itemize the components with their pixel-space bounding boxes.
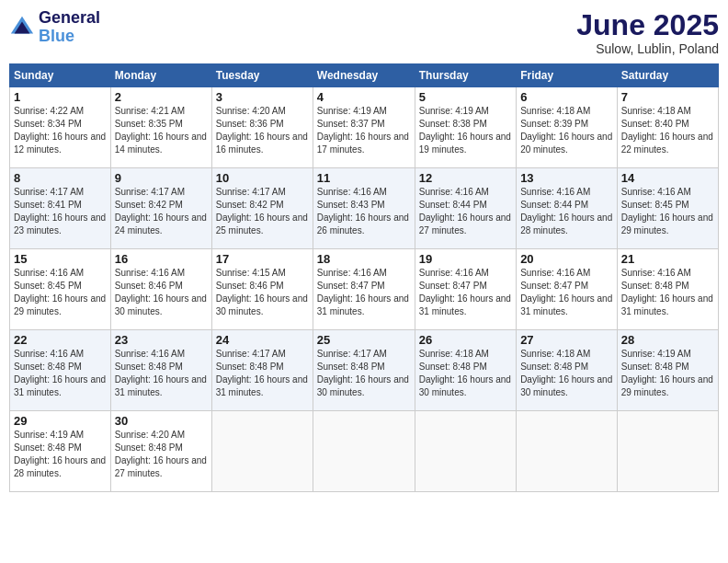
month-title: June 2025 (576, 9, 719, 41)
day-number: 3 (216, 90, 309, 104)
col-friday: Friday (517, 64, 618, 87)
daylight: Daylight: 16 hours and 30 minutes. (419, 373, 512, 399)
day-info: Sunrise: 4:21 AM Sunset: 8:35 PM Dayligh… (115, 105, 208, 156)
daylight: Daylight: 16 hours and 31 minutes. (621, 293, 714, 318)
calendar-cell: 16 Sunrise: 4:16 AM Sunset: 8:46 PM Dayl… (110, 249, 211, 330)
sunrise: Sunrise: 4:16 AM (419, 267, 512, 280)
sunrise: Sunrise: 4:18 AM (520, 105, 613, 118)
calendar-cell: 7 Sunrise: 4:18 AM Sunset: 8:40 PM Dayli… (617, 87, 718, 168)
daylight: Daylight: 16 hours and 29 minutes. (621, 373, 714, 399)
sunrise: Sunrise: 4:17 AM (216, 348, 309, 361)
sunrise: Sunrise: 4:16 AM (317, 267, 411, 280)
day-info: Sunrise: 4:16 AM Sunset: 8:43 PM Dayligh… (317, 186, 411, 237)
sunrise: Sunrise: 4:16 AM (115, 348, 208, 361)
sunset: Sunset: 8:48 PM (520, 361, 613, 373)
day-number: 22 (14, 333, 107, 347)
calendar-cell: 20 Sunrise: 4:16 AM Sunset: 8:47 PM Dayl… (517, 249, 618, 330)
sunrise: Sunrise: 4:15 AM (216, 267, 309, 280)
calendar-cell: 12 Sunrise: 4:16 AM Sunset: 8:44 PM Dayl… (415, 168, 516, 249)
sunrise: Sunrise: 4:19 AM (317, 105, 411, 118)
day-number: 28 (621, 333, 714, 347)
col-tuesday: Tuesday (211, 64, 313, 87)
daylight: Daylight: 16 hours and 23 minutes. (14, 212, 107, 237)
calendar-cell: 30 Sunrise: 4:20 AM Sunset: 8:48 PM Dayl… (110, 411, 211, 492)
sunset: Sunset: 8:48 PM (621, 361, 714, 373)
col-sunday: Sunday (10, 64, 111, 87)
calendar-cell: 11 Sunrise: 4:16 AM Sunset: 8:43 PM Dayl… (313, 168, 415, 249)
sunrise: Sunrise: 4:16 AM (317, 186, 411, 199)
day-info: Sunrise: 4:16 AM Sunset: 8:48 PM Dayligh… (14, 348, 107, 399)
daylight: Daylight: 16 hours and 31 minutes. (14, 373, 107, 399)
day-number: 27 (520, 333, 613, 347)
sunset: Sunset: 8:38 PM (419, 118, 512, 131)
calendar-cell: 17 Sunrise: 4:15 AM Sunset: 8:46 PM Dayl… (211, 249, 313, 330)
sunrise: Sunrise: 4:16 AM (520, 186, 613, 199)
day-info: Sunrise: 4:17 AM Sunset: 8:42 PM Dayligh… (216, 186, 309, 237)
title-block: June 2025 Sulow, Lublin, Poland (576, 9, 719, 56)
day-info: Sunrise: 4:16 AM Sunset: 8:44 PM Dayligh… (520, 186, 613, 237)
daylight: Daylight: 16 hours and 30 minutes. (520, 373, 613, 399)
daylight: Daylight: 16 hours and 27 minutes. (419, 212, 512, 237)
sunset: Sunset: 8:37 PM (317, 118, 411, 131)
col-saturday: Saturday (617, 64, 718, 87)
daylight: Daylight: 16 hours and 30 minutes. (115, 293, 208, 318)
sunrise: Sunrise: 4:16 AM (520, 267, 613, 280)
day-info: Sunrise: 4:17 AM Sunset: 8:42 PM Dayligh… (115, 186, 208, 237)
calendar-body: 1 Sunrise: 4:22 AM Sunset: 8:34 PM Dayli… (10, 87, 719, 492)
sunset: Sunset: 8:44 PM (419, 199, 512, 212)
day-number: 5 (419, 90, 512, 104)
sunset: Sunset: 8:47 PM (317, 280, 411, 293)
sunset: Sunset: 8:42 PM (115, 199, 208, 212)
calendar-cell: 3 Sunrise: 4:20 AM Sunset: 8:36 PM Dayli… (211, 87, 313, 168)
sunset: Sunset: 8:47 PM (419, 280, 512, 293)
sunrise: Sunrise: 4:20 AM (216, 105, 309, 118)
header-row: Sunday Monday Tuesday Wednesday Thursday… (10, 64, 719, 87)
col-monday: Monday (110, 64, 211, 87)
daylight: Daylight: 16 hours and 31 minutes. (115, 373, 208, 399)
day-number: 11 (317, 171, 411, 185)
calendar-cell: 23 Sunrise: 4:16 AM Sunset: 8:48 PM Dayl… (110, 330, 211, 411)
day-number: 7 (621, 90, 714, 104)
daylight: Daylight: 16 hours and 31 minutes. (520, 293, 613, 318)
calendar-cell (517, 411, 618, 492)
sunset: Sunset: 8:41 PM (14, 199, 107, 212)
day-info: Sunrise: 4:17 AM Sunset: 8:48 PM Dayligh… (216, 348, 309, 399)
daylight: Daylight: 16 hours and 19 minutes. (419, 131, 512, 156)
day-info: Sunrise: 4:20 AM Sunset: 8:48 PM Dayligh… (115, 429, 208, 480)
sunset: Sunset: 8:36 PM (216, 118, 309, 131)
logo: General Blue (9, 9, 100, 46)
sunset: Sunset: 8:48 PM (115, 442, 208, 454)
sunset: Sunset: 8:48 PM (419, 361, 512, 373)
sunset: Sunset: 8:48 PM (621, 280, 714, 293)
logo-text: General Blue (39, 9, 100, 46)
location: Sulow, Lublin, Poland (576, 41, 719, 56)
day-number: 12 (419, 171, 512, 185)
day-info: Sunrise: 4:16 AM Sunset: 8:48 PM Dayligh… (621, 267, 714, 318)
daylight: Daylight: 16 hours and 22 minutes. (621, 131, 714, 156)
calendar-cell: 22 Sunrise: 4:16 AM Sunset: 8:48 PM Dayl… (10, 330, 111, 411)
day-info: Sunrise: 4:16 AM Sunset: 8:44 PM Dayligh… (419, 186, 512, 237)
sunrise: Sunrise: 4:17 AM (115, 186, 208, 199)
sunset: Sunset: 8:48 PM (14, 442, 107, 454)
day-number: 14 (621, 171, 714, 185)
day-info: Sunrise: 4:16 AM Sunset: 8:47 PM Dayligh… (317, 267, 411, 318)
daylight: Daylight: 16 hours and 30 minutes. (317, 373, 411, 399)
sunrise: Sunrise: 4:18 AM (419, 348, 512, 361)
calendar-cell: 6 Sunrise: 4:18 AM Sunset: 8:39 PM Dayli… (517, 87, 618, 168)
week-row-0: 1 Sunrise: 4:22 AM Sunset: 8:34 PM Dayli… (10, 87, 719, 168)
daylight: Daylight: 16 hours and 31 minutes. (216, 373, 309, 399)
day-number: 2 (115, 90, 208, 104)
calendar-header: Sunday Monday Tuesday Wednesday Thursday… (10, 64, 719, 87)
week-row-1: 8 Sunrise: 4:17 AM Sunset: 8:41 PM Dayli… (10, 168, 719, 249)
sunrise: Sunrise: 4:17 AM (317, 348, 411, 361)
day-number: 8 (14, 171, 107, 185)
calendar-cell: 2 Sunrise: 4:21 AM Sunset: 8:35 PM Dayli… (110, 87, 211, 168)
calendar-cell: 9 Sunrise: 4:17 AM Sunset: 8:42 PM Dayli… (110, 168, 211, 249)
day-number: 4 (317, 90, 411, 104)
day-info: Sunrise: 4:17 AM Sunset: 8:41 PM Dayligh… (14, 186, 107, 237)
calendar-cell: 18 Sunrise: 4:16 AM Sunset: 8:47 PM Dayl… (313, 249, 415, 330)
sunset: Sunset: 8:35 PM (115, 118, 208, 131)
calendar-cell (415, 411, 516, 492)
day-info: Sunrise: 4:16 AM Sunset: 8:48 PM Dayligh… (115, 348, 208, 399)
daylight: Daylight: 16 hours and 16 minutes. (216, 131, 309, 156)
